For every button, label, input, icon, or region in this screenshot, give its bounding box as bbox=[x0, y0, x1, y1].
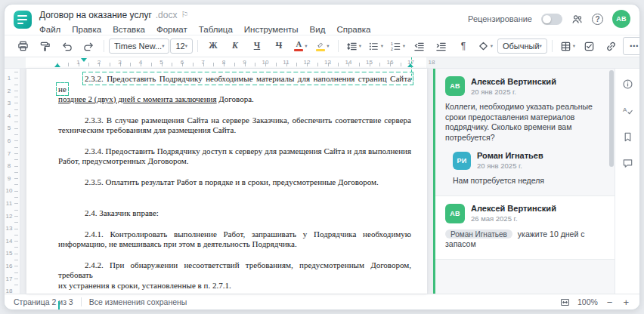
collaborators-icon[interactable] bbox=[571, 14, 583, 25]
font-size-select[interactable]: 12▾ bbox=[170, 38, 193, 54]
svg-text:1: 1 bbox=[391, 41, 393, 45]
decrease-indent-button[interactable] bbox=[409, 38, 430, 54]
document-title[interactable]: Договор на оказание услуг bbox=[39, 10, 152, 20]
chat-icon[interactable] bbox=[618, 155, 637, 171]
print-button[interactable] bbox=[12, 38, 33, 54]
title-block: Договор на оказание услуг.docx ⚐ ФайлПра… bbox=[39, 9, 468, 35]
menu-item[interactable]: Вид bbox=[310, 24, 326, 35]
redo-button[interactable] bbox=[78, 38, 99, 54]
ruler-number: 5 bbox=[5, 125, 14, 131]
fit-width-icon[interactable] bbox=[560, 297, 570, 307]
ruler-number: 5 bbox=[159, 60, 163, 66]
menu-item[interactable]: Файл bbox=[39, 24, 60, 35]
favorite-flag-icon[interactable]: ⚐ bbox=[181, 11, 188, 19]
comment-thread[interactable]: АВ Алексей Вертинский 26 мая 2025 г. Ром… bbox=[435, 196, 615, 260]
paragraph: 2.4.1. Контролировать выполнение Работ, … bbox=[58, 229, 411, 250]
paragraph: 2.3.2. Предоставить Подрядчику необходим… bbox=[58, 74, 411, 105]
underline-button[interactable]: Ч bbox=[246, 38, 268, 54]
user-avatar[interactable]: АВ bbox=[612, 10, 630, 28]
inserted-text: позднее 2 (двух) дней с момента заключен… bbox=[58, 94, 217, 103]
ruler-number: 12 bbox=[5, 214, 14, 220]
chevron-down-icon: ▾ bbox=[491, 44, 493, 49]
document-area: 2.3.2. Предоставить Подрядчику необходим… bbox=[20, 69, 433, 294]
first-line-indent-marker[interactable] bbox=[81, 58, 87, 62]
document-page[interactable]: 2.3.2. Предоставить Подрядчику необходим… bbox=[26, 69, 427, 294]
ruler-number: 10 bbox=[5, 188, 14, 194]
chevron-down-icon: ▾ bbox=[573, 44, 575, 49]
line-spacing-button[interactable]: ▾ bbox=[343, 38, 364, 54]
copy-style-button[interactable] bbox=[34, 38, 55, 54]
app-window: Договор на оказание услуг.docx ⚐ ФайлПра… bbox=[5, 5, 639, 309]
shading-button[interactable]: ▾ bbox=[475, 38, 496, 54]
comment-anchor-text[interactable]: 2.3.2. Предоставить Подрядчику необходим… bbox=[58, 74, 411, 94]
text-cursor bbox=[58, 301, 60, 309]
comment-thread[interactable]: АВ Алексей Вертинский 20 янв 2025 г. Кол… bbox=[435, 69, 615, 196]
bold-button[interactable]: Ж bbox=[203, 38, 224, 54]
right-indent-marker[interactable] bbox=[407, 63, 413, 67]
comment-date: 26 мая 2025 г. bbox=[471, 214, 556, 223]
undo-button[interactable] bbox=[56, 38, 77, 54]
paragraph-text: техническим требованиям для размещения С… bbox=[58, 125, 411, 136]
increase-indent-button[interactable] bbox=[431, 38, 452, 54]
save-status: Все изменения сохранены bbox=[89, 297, 187, 306]
menu-item[interactable]: Таблица bbox=[199, 24, 233, 35]
scrollbar-thumb[interactable] bbox=[609, 70, 614, 167]
ruler-number: 9 bbox=[5, 176, 14, 182]
paragraph-style-select[interactable]: Обычный▾ bbox=[497, 38, 547, 54]
app-logo-icon[interactable] bbox=[14, 11, 32, 29]
help-icon[interactable]: ? bbox=[592, 14, 603, 25]
menu-item[interactable]: Справка bbox=[336, 24, 370, 35]
paragraph: 2.3.5. Оплатить результат Работ в порядк… bbox=[58, 177, 411, 188]
more-tools-button[interactable]: ⋯ bbox=[623, 37, 639, 55]
page-indicator[interactable]: Страница 2 из 3 bbox=[14, 297, 73, 306]
insert-link-button[interactable] bbox=[601, 38, 622, 54]
comment-date: 20 янв 2025 г. bbox=[471, 88, 556, 96]
zoom-out-button[interactable]: − bbox=[605, 297, 615, 307]
zoom-value[interactable]: 100% bbox=[577, 297, 598, 306]
nonprinting-characters-button[interactable]: ¶ bbox=[453, 38, 474, 54]
ruler-number: 8 bbox=[222, 60, 225, 66]
font-name-select[interactable]: Times New...▾ bbox=[109, 38, 169, 54]
comment-avatar: АВ bbox=[445, 76, 465, 96]
statusbar-divider bbox=[81, 297, 82, 306]
reply-text: Нам потребуется неделя bbox=[453, 176, 602, 186]
bookmark-icon[interactable] bbox=[618, 129, 637, 144]
insert-table-button[interactable]: ▾ bbox=[557, 38, 578, 54]
comment-reply[interactable]: РИ Роман Игнатьев 20 янв 2025 г. Нам пот… bbox=[445, 151, 602, 186]
chevron-down-icon: ▾ bbox=[305, 44, 307, 49]
menu-item[interactable]: Инструменты bbox=[244, 24, 299, 35]
zoom-in-button[interactable]: + bbox=[621, 297, 630, 307]
strikethrough-button[interactable]: Ч bbox=[268, 38, 289, 54]
right-toolbar: А bbox=[615, 69, 639, 294]
ruler-number: 17 bbox=[5, 276, 14, 282]
review-toggle[interactable] bbox=[541, 14, 562, 25]
vertical-ruler[interactable]: 123456789101112131415161718 bbox=[5, 69, 20, 294]
comments-scrollbar[interactable] bbox=[608, 70, 614, 292]
mention-chip[interactable]: Роман Игнатьев bbox=[445, 229, 512, 239]
spellcheck-icon[interactable]: А bbox=[618, 103, 637, 118]
ruler-number: 14 bbox=[345, 60, 352, 66]
document-title-row: Договор на оказание услуг.docx ⚐ bbox=[39, 9, 468, 20]
italic-button[interactable]: К bbox=[224, 38, 246, 54]
paragraph-text: их устранения в сроки, установленные в п… bbox=[58, 281, 411, 291]
chevron-down-icon: ▾ bbox=[327, 44, 329, 49]
comment-text: Коллеги, необходимо указать реальные сро… bbox=[445, 102, 602, 143]
font-color-button[interactable]: А▾ bbox=[290, 38, 311, 54]
info-icon[interactable] bbox=[618, 76, 637, 91]
font-size-value: 12 bbox=[175, 42, 184, 51]
numbered-list-button[interactable]: 12▾ bbox=[387, 38, 408, 54]
highlight-button[interactable]: ▾ bbox=[312, 38, 333, 54]
left-indent-marker[interactable] bbox=[54, 63, 60, 67]
ruler-number: 18 bbox=[5, 288, 14, 294]
paragraph-text: 2.3.5. Оплатить результат Работ в порядк… bbox=[58, 177, 411, 188]
header: Договор на оказание услуг.docx ⚐ ФайлПра… bbox=[5, 5, 639, 35]
document-extension: .docx bbox=[156, 10, 178, 20]
menu-item[interactable]: Формат bbox=[156, 24, 187, 35]
ruler-number: 12 bbox=[304, 60, 311, 66]
checkbox-icon[interactable] bbox=[579, 38, 600, 54]
horizontal-ruler[interactable]: 123456789101112131415161718 bbox=[5, 57, 639, 69]
toggle-knob bbox=[543, 15, 551, 23]
menu-item[interactable]: Правка bbox=[72, 24, 101, 35]
menu-item[interactable]: Вставка bbox=[113, 24, 145, 35]
bulleted-list-button[interactable]: ▾ bbox=[365, 38, 386, 54]
